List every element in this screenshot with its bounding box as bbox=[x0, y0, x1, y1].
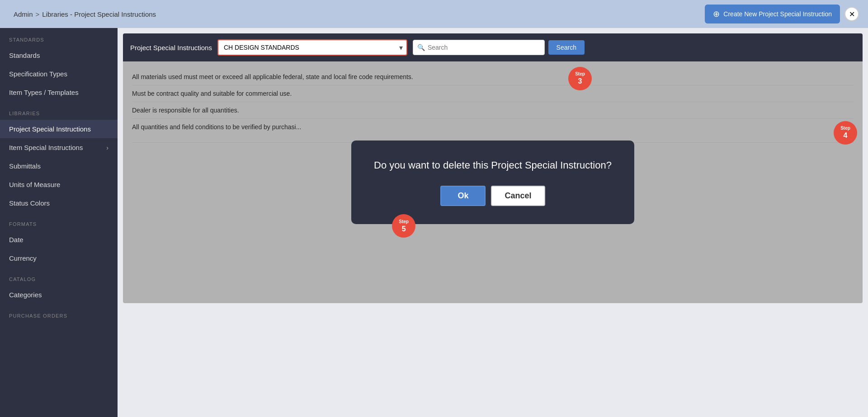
panel-title: Project Special Instructions bbox=[130, 44, 212, 52]
close-icon: ✕ bbox=[849, 10, 855, 19]
standards-select[interactable]: CH DESIGN STANDARDS bbox=[217, 39, 407, 56]
search-icon: 🔍 bbox=[417, 44, 425, 51]
sidebar-item-specification-types[interactable]: Specification Types bbox=[0, 65, 118, 83]
modal-title: Do you want to delete this Project Speci… bbox=[374, 159, 612, 173]
sidebar-item-units-of-measure[interactable]: Units of Measure bbox=[0, 175, 118, 194]
sidebar-item-project-special-instructions[interactable]: Project Special Instructions bbox=[0, 120, 118, 138]
main-panel: Project Special Instructions CH DESIGN S… bbox=[123, 33, 863, 303]
sidebar-item-status-colors[interactable]: Status Colors bbox=[0, 194, 118, 212]
panel-header: Project Special Instructions CH DESIGN S… bbox=[123, 33, 863, 61]
search-wrapper: 🔍 Search bbox=[413, 40, 585, 55]
top-bar-actions: ⊕ Create New Project Special Instruction… bbox=[705, 5, 859, 23]
sidebar-item-submittals[interactable]: Submittals bbox=[0, 157, 118, 175]
search-button[interactable]: Search bbox=[548, 40, 585, 55]
create-new-button[interactable]: ⊕ Create New Project Special Instruction bbox=[705, 5, 840, 23]
main-layout: STANDARDS Standards Specification Types … bbox=[0, 28, 868, 417]
sidebar-section-libraries: LIBRARIES bbox=[0, 102, 118, 120]
search-input-wrapper: 🔍 bbox=[413, 40, 545, 55]
modal-buttons: Ok Cancel bbox=[374, 186, 612, 206]
sidebar-item-standards[interactable]: Standards bbox=[0, 46, 118, 65]
create-btn-label: Create New Project Special Instruction bbox=[723, 10, 832, 18]
sidebar-section-standards: STANDARDS bbox=[0, 28, 118, 46]
bottom-area bbox=[118, 309, 868, 417]
breadcrumb-admin[interactable]: Admin bbox=[14, 10, 33, 18]
breadcrumb: Admin > Libraries - Project Special Inst… bbox=[14, 10, 156, 18]
standards-select-wrapper: CH DESIGN STANDARDS ▾ bbox=[217, 39, 407, 56]
modal-overlay: Do you want to delete this Project Speci… bbox=[123, 61, 863, 303]
breadcrumb-page: Libraries - Project Special Instructions bbox=[42, 10, 156, 18]
sidebar-item-currency[interactable]: Currency bbox=[0, 249, 118, 267]
sidebar: STANDARDS Standards Specification Types … bbox=[0, 28, 118, 417]
modal-cancel-button[interactable]: Cancel bbox=[491, 186, 545, 206]
sidebar-item-categories[interactable]: Categories bbox=[0, 286, 118, 304]
sidebar-section-formats: FORMATS bbox=[0, 212, 118, 230]
delete-confirm-modal: Do you want to delete this Project Speci… bbox=[351, 141, 634, 225]
modal-ok-button[interactable]: Ok bbox=[440, 186, 486, 206]
sidebar-section-purchase-orders: PURCHASE ORDERS bbox=[0, 304, 118, 322]
panel-body: All materials used must meet or exceed a… bbox=[123, 61, 863, 303]
sidebar-item-item-types-templates[interactable]: Item Types / Templates bbox=[0, 83, 118, 102]
sidebar-section-catalog: CATALOG bbox=[0, 267, 118, 286]
step-5-badge: Step 5 bbox=[392, 214, 415, 238]
sidebar-item-date[interactable]: Date bbox=[0, 230, 118, 249]
breadcrumb-separator: > bbox=[36, 10, 40, 18]
content-area: Project Special Instructions CH DESIGN S… bbox=[118, 28, 868, 417]
plus-circle-icon: ⊕ bbox=[713, 9, 720, 19]
sidebar-item-item-special-instructions[interactable]: Item Special Instructions › bbox=[0, 138, 118, 157]
arrow-icon: › bbox=[106, 144, 108, 151]
close-button[interactable]: ✕ bbox=[844, 7, 859, 21]
search-input[interactable] bbox=[413, 40, 545, 55]
top-bar: Admin > Libraries - Project Special Inst… bbox=[0, 0, 868, 28]
